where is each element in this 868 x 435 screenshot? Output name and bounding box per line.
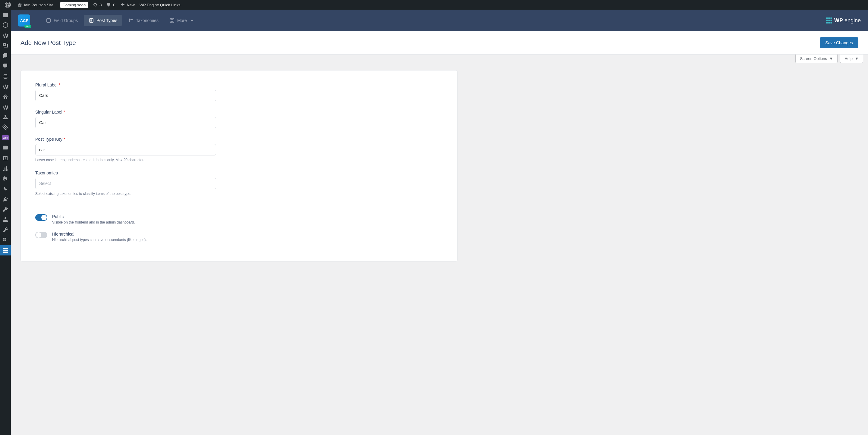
sidebar-item-4[interactable] (0, 102, 11, 112)
main-wrapper: ACF PRO Field Groups Post Types Taxonomi… (11, 10, 868, 269)
singular-label-label: Singular Label * (35, 110, 216, 114)
coming-soon[interactable]: Coming soon (56, 0, 91, 10)
field-plural-label: Plural Label * (35, 82, 216, 101)
sidebar-marketing[interactable] (0, 173, 11, 184)
sidebar-analytics[interactable] (0, 163, 11, 173)
plural-label-label: Plural Label * (35, 82, 216, 87)
svg-rect-1 (47, 19, 51, 23)
nav-post-types[interactable]: Post Types (84, 15, 122, 26)
divider (35, 205, 443, 205)
sidebar-item-3[interactable] (0, 92, 11, 102)
updates-count: 8 (99, 3, 101, 7)
svg-rect-11 (173, 21, 174, 23)
taxonomies-description: Select existing taxonomies to classify i… (35, 192, 216, 196)
svg-rect-10 (170, 21, 172, 23)
field-hierarchical: Hierarchical Hierarchical post types can… (35, 232, 443, 242)
wpengine-logo[interactable]: WP engine (826, 17, 861, 24)
svg-rect-15 (826, 20, 828, 22)
wp-admin-bar: Iain Poulson Site Coming soon 8 0 New WP… (0, 0, 868, 10)
svg-rect-14 (830, 18, 832, 19)
sidebar-woocommerce[interactable]: woo (0, 133, 11, 143)
sidebar-item-1[interactable] (0, 71, 11, 81)
sidebar-pages[interactable] (0, 51, 11, 61)
post-type-key-label: Post Type Key * (35, 137, 216, 142)
public-description: Visible on the frontend and in the admin… (52, 220, 135, 225)
page-header: Add New Post Type Save Changes (11, 31, 868, 55)
comments-count: 0 (113, 3, 115, 7)
new-label: New (127, 3, 135, 7)
field-singular-label: Singular Label * (35, 110, 216, 128)
nav-taxonomies[interactable]: Taxonomies (123, 15, 163, 26)
updates-link[interactable]: 8 (90, 0, 104, 10)
field-post-type-key: Post Type Key * Lower case letters, unde… (35, 137, 216, 162)
sidebar-wpengine[interactable] (0, 20, 11, 30)
wpengine-quick-links[interactable]: WP Engine Quick Links (137, 0, 183, 10)
sidebar-item-8[interactable]: $ (0, 153, 11, 163)
public-label: Public (52, 214, 135, 219)
public-toggle[interactable] (35, 214, 47, 221)
nav-field-groups[interactable]: Field Groups (41, 15, 83, 26)
chevron-down-icon (189, 18, 195, 23)
comments-link[interactable]: 0 (104, 0, 118, 10)
svg-text:$: $ (4, 157, 6, 160)
sidebar-plugins[interactable] (0, 194, 11, 204)
hierarchical-label: Hierarchical (52, 232, 147, 236)
hierarchical-toggle[interactable] (35, 232, 47, 238)
site-link[interactable]: Iain Poulson Site (15, 0, 56, 10)
svg-rect-19 (828, 22, 830, 24)
sidebar-appearance[interactable] (0, 184, 11, 194)
acf-header: ACF PRO Field Groups Post Types Taxonomi… (11, 10, 868, 31)
form-panel: Plural Label * Singular Label * Post Typ… (21, 70, 458, 262)
sidebar-item-7[interactable] (0, 143, 11, 153)
sidebar-item-6[interactable] (0, 122, 11, 133)
sidebar-media[interactable] (0, 40, 11, 51)
save-button[interactable]: Save Changes (820, 37, 858, 48)
sidebar-item-2[interactable] (0, 81, 11, 92)
sidebar-tools[interactable] (0, 225, 11, 235)
sidebar-acf[interactable] (0, 245, 11, 256)
post-type-key-input[interactable] (35, 144, 216, 156)
svg-rect-8 (170, 19, 172, 20)
svg-rect-9 (173, 19, 174, 20)
sidebar-dashboard[interactable] (0, 10, 11, 20)
taxonomies-label: Taxonomies (35, 170, 216, 175)
help-button[interactable]: Help ▼ (840, 55, 863, 63)
svg-rect-12 (826, 18, 828, 19)
nav-more[interactable]: More (164, 15, 199, 26)
svg-rect-18 (826, 22, 828, 24)
sidebar-settings[interactable] (0, 235, 11, 245)
hierarchical-description: Hierarchical post types can have descend… (52, 238, 147, 242)
coming-soon-badge: Coming soon (60, 2, 88, 8)
wp-logo[interactable] (2, 0, 15, 10)
sidebar-users[interactable] (0, 112, 11, 122)
screen-options-button[interactable]: Screen Options ▼ (795, 55, 838, 63)
plural-label-input[interactable] (35, 90, 216, 101)
sidebar-posts[interactable] (0, 30, 11, 40)
svg-rect-20 (830, 22, 832, 24)
svg-rect-17 (830, 20, 832, 22)
new-link[interactable]: New (118, 0, 137, 10)
wp-sidebar: woo $ (0, 10, 11, 269)
svg-rect-13 (828, 18, 830, 19)
sidebar-item-12[interactable] (0, 204, 11, 214)
site-name: Iain Poulson Site (24, 3, 54, 7)
acf-logo[interactable]: ACF PRO (18, 14, 30, 27)
taxonomies-input[interactable] (35, 178, 216, 189)
post-type-key-description: Lower case letters, underscores and dash… (35, 158, 216, 162)
sidebar-users-2[interactable] (0, 214, 11, 225)
singular-label-input[interactable] (35, 117, 216, 128)
field-public: Public Visible on the frontend and in th… (35, 214, 443, 225)
svg-rect-16 (828, 20, 830, 22)
screen-options-area: Screen Options ▼ Help ▼ (11, 55, 868, 63)
field-taxonomies: Taxonomies Select existing taxonomies to… (35, 170, 216, 196)
sidebar-comments[interactable] (0, 61, 11, 71)
page-title: Add New Post Type (21, 39, 76, 46)
